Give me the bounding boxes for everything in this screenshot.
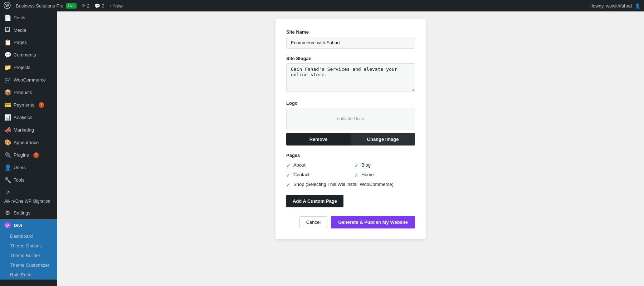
posts-icon: 📄 bbox=[4, 14, 11, 21]
sidebar-item-users[interactable]: 👤 Users bbox=[0, 161, 57, 174]
site-name-input[interactable] bbox=[286, 37, 415, 49]
site-name-group: Site Name bbox=[286, 29, 415, 49]
blog-check-icon: ✓ bbox=[354, 163, 358, 168]
site-slogan-group: Site Slogan Gain Fahad's Services and el… bbox=[286, 56, 415, 93]
new-label: + New bbox=[109, 3, 123, 9]
admin-bar: W Business Solutions Pro Live ⟳ 2 💬 0 + … bbox=[0, 0, 644, 11]
updates-btn[interactable]: ⟳ 2 bbox=[82, 3, 89, 9]
site-slogan-input[interactable]: Gain Fahad's Services and elevate your o… bbox=[286, 63, 415, 92]
contact-check-icon: ✓ bbox=[286, 172, 291, 178]
payments-icon: 💳 bbox=[4, 102, 11, 108]
pages-label: Pages bbox=[286, 153, 415, 158]
sidebar-item-label: Tools bbox=[14, 177, 24, 183]
sidebar-item-pages[interactable]: 📋 Pages bbox=[0, 36, 57, 49]
analytics-icon: 📊 bbox=[4, 114, 11, 121]
site-name-label: Business Solutions Pro bbox=[16, 3, 64, 9]
page-item-blog: ✓ Blog bbox=[354, 162, 415, 168]
contact-label: Contact bbox=[293, 172, 309, 177]
migration-icon: ↗ bbox=[4, 189, 11, 196]
updates-count: 2 bbox=[87, 3, 89, 9]
shop-check-icon: ✓ bbox=[286, 182, 291, 188]
generate-button[interactable]: Generate & Publish My Website bbox=[331, 216, 415, 228]
svg-text:W: W bbox=[5, 3, 9, 8]
sidebar-item-label: Comments bbox=[14, 52, 36, 58]
sidebar-item-appearance[interactable]: 🎨 Appearance bbox=[0, 136, 57, 149]
site-name-label: Site Name bbox=[286, 29, 415, 35]
sidebar-item-comments[interactable]: 💬 Comments bbox=[0, 49, 57, 61]
sidebar: 📄 Posts 🖼 Media 📋 Pages 💬 Comments 📁 Pro… bbox=[0, 11, 57, 286]
pages-icon: 📋 bbox=[4, 39, 11, 46]
plugins-icon: 🔌 bbox=[4, 152, 11, 158]
sidebar-item-label: All-in-One WP Migration bbox=[4, 199, 50, 204]
sidebar-item-theme-customizer[interactable]: Theme Customizer bbox=[0, 260, 57, 270]
sidebar-item-posts[interactable]: 📄 Posts bbox=[0, 11, 57, 24]
sidebar-item-label: Plugins bbox=[14, 152, 29, 158]
users-icon: 👤 bbox=[4, 164, 11, 171]
shop-label: Shop (Selecting This Will Install WooCom… bbox=[293, 182, 394, 187]
projects-icon: 📁 bbox=[4, 64, 11, 71]
sidebar-item-settings[interactable]: ⚙ Settings bbox=[0, 207, 57, 219]
pages-section: Pages ✓ About ✓ Blog ✓ Contact bbox=[286, 153, 415, 188]
sidebar-item-label: Analytics bbox=[14, 115, 32, 120]
home-label: Home bbox=[361, 172, 374, 177]
sidebar-item-allinone[interactable]: ↗ All-in-One WP Migration bbox=[0, 186, 57, 207]
appearance-icon: 🎨 bbox=[4, 139, 11, 146]
sidebar-item-payments[interactable]: 💳 Payments 1 bbox=[0, 99, 57, 111]
sidebar-item-analytics[interactable]: 📊 Analytics bbox=[0, 111, 57, 124]
sidebar-item-label: Products bbox=[14, 90, 32, 95]
site-slogan-label: Site Slogan bbox=[286, 56, 415, 61]
logo-buttons: Remove Change Image bbox=[286, 133, 415, 146]
change-image-button[interactable]: Change Image bbox=[351, 133, 415, 146]
sidebar-item-projects[interactable]: 📁 Projects bbox=[0, 61, 57, 74]
sidebar-item-label: Pages bbox=[14, 40, 27, 45]
divi-section: D Divi Dashboard Theme Options Theme Bui… bbox=[0, 219, 57, 280]
tools-icon: 🔧 bbox=[4, 177, 11, 183]
divi-icon: D bbox=[4, 222, 11, 228]
live-badge: Live bbox=[66, 3, 77, 9]
avatar-icon: 👤 bbox=[635, 3, 640, 9]
media-icon: 🖼 bbox=[4, 27, 11, 33]
sidebar-item-woocommerce[interactable]: 🛒 WooCommerce bbox=[0, 74, 57, 86]
sidebar-item-role-editor[interactable]: Role Editor bbox=[0, 270, 57, 280]
plugins-badge: 2 bbox=[33, 152, 39, 158]
cancel-button[interactable]: Cancel bbox=[299, 216, 327, 228]
modal-footer: Cancel Generate & Publish My Website bbox=[286, 216, 415, 228]
page-item-home: ✓ Home bbox=[354, 172, 415, 178]
sidebar-item-theme-options[interactable]: Theme Options bbox=[0, 241, 57, 251]
page-item-contact: ✓ Contact bbox=[286, 172, 347, 178]
sidebar-item-label: Media bbox=[14, 28, 26, 33]
new-btn[interactable]: + New bbox=[109, 3, 123, 9]
logo-group: Logo uploaded logo Remove Change Image bbox=[286, 100, 415, 146]
site-setup-card: Site Name Site Slogan Gain Fahad's Servi… bbox=[275, 19, 426, 239]
page-item-about: ✓ About bbox=[286, 162, 347, 168]
products-icon: 📦 bbox=[4, 89, 11, 96]
site-name-bar[interactable]: Business Solutions Pro Live bbox=[16, 3, 77, 9]
comments-icon: 💬 bbox=[94, 3, 100, 9]
sidebar-item-plugins[interactable]: 🔌 Plugins 2 bbox=[0, 149, 57, 161]
sidebar-item-label: WooCommerce bbox=[14, 77, 46, 83]
sidebar-item-tools[interactable]: 🔧 Tools bbox=[0, 174, 57, 186]
about-label: About bbox=[293, 162, 306, 168]
comments-count: 0 bbox=[102, 3, 104, 9]
divi-header[interactable]: D Divi bbox=[0, 219, 57, 231]
sidebar-item-dashboard[interactable]: Dashboard bbox=[0, 231, 57, 241]
wp-logo[interactable]: W bbox=[4, 2, 11, 10]
logo-label: Logo bbox=[286, 100, 415, 106]
remove-logo-button[interactable]: Remove bbox=[286, 133, 351, 146]
blog-label: Blog bbox=[361, 162, 371, 168]
payments-badge: 1 bbox=[39, 102, 44, 108]
sidebar-item-products[interactable]: 📦 Products bbox=[0, 86, 57, 99]
settings-icon: ⚙ bbox=[4, 209, 11, 216]
comments-btn[interactable]: 💬 0 bbox=[94, 3, 104, 9]
sidebar-item-label: Posts bbox=[14, 15, 25, 20]
sidebar-item-label: Appearance bbox=[14, 140, 39, 145]
pages-grid: ✓ About ✓ Blog ✓ Contact ✓ Home bbox=[286, 162, 415, 188]
woocommerce-icon: 🛒 bbox=[4, 77, 11, 83]
sidebar-item-marketing[interactable]: 📣 Marketing bbox=[0, 124, 57, 136]
sidebar-item-label: Users bbox=[14, 165, 26, 170]
sidebar-item-label: Projects bbox=[14, 65, 30, 70]
sidebar-item-media[interactable]: 🖼 Media bbox=[0, 24, 57, 36]
logo-preview: uploaded logo bbox=[286, 108, 415, 129]
sidebar-item-theme-builder[interactable]: Theme Builder bbox=[0, 251, 57, 260]
add-custom-page-button[interactable]: Add A Custom Page bbox=[286, 195, 343, 207]
